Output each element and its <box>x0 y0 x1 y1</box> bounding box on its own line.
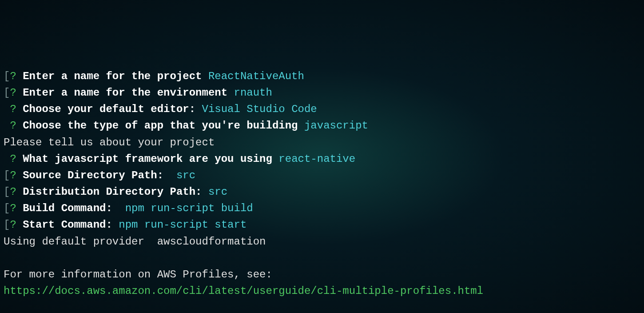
terminal-output: [? Enter a name for the project ReactNat… <box>4 68 640 313</box>
line-prefix <box>4 120 10 132</box>
line-prefix <box>4 153 10 165</box>
terminal-line: ? What javascript framework are you usin… <box>4 151 640 167</box>
terminal-line: [? Enter a name for the environment rnau… <box>4 84 640 101</box>
prompt-label: Build Command: <box>23 202 119 214</box>
prompt-label: Source Directory Path: <box>23 169 170 181</box>
terminal-line: Please tell us about your project <box>4 134 640 151</box>
line-prefix: [ <box>4 186 10 198</box>
prompt-label: Choose your default editor: <box>23 103 195 115</box>
answer-value: src <box>208 186 227 198</box>
line-prefix: [ <box>4 70 10 82</box>
line-prefix: [ <box>4 219 10 231</box>
question-mark-icon: ? <box>10 202 16 214</box>
prompt-label: Enter a name for the environment <box>23 87 227 99</box>
question-mark-icon: ? <box>10 103 16 115</box>
question-mark-icon: ? <box>10 153 16 165</box>
answer-value: npm run-script build <box>125 202 253 214</box>
answer-value: src <box>176 169 195 181</box>
plain-text: For more information on AWS Profiles, se… <box>4 269 272 281</box>
answer-value: react-native <box>278 153 355 165</box>
prompt-label: What javascript framework are you using <box>23 153 272 165</box>
terminal-line: [? Source Directory Path: src <box>4 167 640 184</box>
question-mark-icon: ? <box>10 169 16 181</box>
question-mark-icon: ? <box>10 87 16 99</box>
terminal-line: [? Distribution Directory Path: src <box>4 184 640 200</box>
plain-text: Using default provider awscloudformation <box>4 236 266 248</box>
line-prefix: [ <box>4 87 10 99</box>
question-mark-icon: ? <box>10 70 16 82</box>
terminal-line: ? Choose the type of app that you're bui… <box>4 117 640 134</box>
question-mark-icon: ? <box>10 219 16 231</box>
terminal-line <box>4 250 640 266</box>
url-link[interactable]: https://docs.aws.amazon.com/cli/latest/u… <box>4 285 483 297</box>
terminal-line: [? Start Command: npm run-script start <box>4 217 640 233</box>
line-prefix <box>4 103 10 115</box>
prompt-label: Distribution Directory Path: <box>23 186 202 198</box>
prompt-label: Start Command: <box>23 219 112 231</box>
prompt-label: Enter a name for the project <box>23 70 202 82</box>
terminal-line <box>4 299 640 313</box>
terminal-line: https://docs.aws.amazon.com/cli/latest/u… <box>4 283 640 299</box>
terminal-line: [? Build Command: npm run-script build <box>4 200 640 217</box>
line-prefix: [ <box>4 202 10 214</box>
terminal-line: Using default provider awscloudformation <box>4 233 640 250</box>
question-mark-icon: ? <box>10 186 16 198</box>
terminal-line: [? Enter a name for the project ReactNat… <box>4 68 640 84</box>
answer-value: npm run-script start <box>119 219 246 231</box>
answer-value: Visual Studio Code <box>202 103 317 115</box>
answer-value: javascript <box>304 120 368 132</box>
answer-value: ReactNativeAuth <box>208 70 304 82</box>
terminal-line: For more information on AWS Profiles, se… <box>4 266 640 283</box>
answer-value: rnauth <box>234 87 272 99</box>
plain-text: Please tell us about your project <box>4 136 215 148</box>
line-prefix: [ <box>4 169 10 181</box>
prompt-label: Choose the type of app that you're build… <box>23 120 298 132</box>
terminal-line: ? Choose your default editor: Visual Stu… <box>4 101 640 117</box>
question-mark-icon: ? <box>10 120 16 132</box>
